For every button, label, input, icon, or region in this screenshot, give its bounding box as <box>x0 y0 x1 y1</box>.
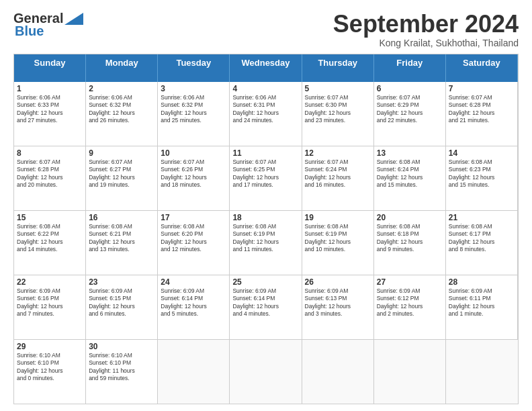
day-cell: 25 Sunrise: 6:09 AMSunset: 6:14 PMDaylig… <box>230 275 302 340</box>
day-cell <box>374 340 446 404</box>
header-saturday: Saturday <box>446 54 518 82</box>
day-cell: 16 Sunrise: 6:08 AMSunset: 6:21 PMDaylig… <box>86 211 158 275</box>
day-cell: 20 Sunrise: 6:08 AMSunset: 6:18 PMDaylig… <box>374 211 446 275</box>
day-cell: 24 Sunrise: 6:09 AMSunset: 6:14 PMDaylig… <box>158 275 230 340</box>
day-cell: 2 Sunrise: 6:06 AMSunset: 6:32 PMDayligh… <box>86 82 158 146</box>
day-cell: 9 Sunrise: 6:07 AMSunset: 6:27 PMDayligh… <box>86 146 158 211</box>
logo-blue: Blue <box>15 24 44 39</box>
day-cell <box>302 340 374 404</box>
day-cell: 22 Sunrise: 6:09 AMSunset: 6:16 PMDaylig… <box>14 275 86 340</box>
day-cell: 29 Sunrise: 6:10 AMSunset: 6:10 PMDaylig… <box>14 340 86 404</box>
day-cell: 5 Sunrise: 6:07 AMSunset: 6:30 PMDayligh… <box>302 82 374 146</box>
day-cell: 13 Sunrise: 6:08 AMSunset: 6:24 PMDaylig… <box>374 146 446 211</box>
header-wednesday: Wednesday <box>230 54 302 82</box>
header-sunday: Sunday <box>14 54 86 82</box>
day-cell: 10 Sunrise: 6:07 AMSunset: 6:26 PMDaylig… <box>158 146 230 211</box>
day-cell: 1Sunrise: 6:06 AMSunset: 6:33 PMDaylight… <box>14 82 86 146</box>
day-cell: 7 Sunrise: 6:07 AMSunset: 6:28 PMDayligh… <box>446 82 518 146</box>
header-monday: Monday <box>86 54 158 82</box>
header-friday: Friday <box>374 54 446 82</box>
logo: General Blue <box>13 11 83 39</box>
day-cell: 14 Sunrise: 6:08 AMSunset: 6:23 PMDaylig… <box>446 146 518 211</box>
header: General Blue September 2024 Kong Krailat… <box>13 11 519 48</box>
day-cell: 30 Sunrise: 6:10 AMSunset: 6:10 PMDaylig… <box>86 340 158 404</box>
day-cell: 18 Sunrise: 6:08 AMSunset: 6:19 PMDaylig… <box>230 211 302 275</box>
day-cell: 27 Sunrise: 6:09 AMSunset: 6:12 PMDaylig… <box>374 275 446 340</box>
day-cell <box>230 340 302 404</box>
day-cell: 8 Sunrise: 6:07 AMSunset: 6:28 PMDayligh… <box>14 146 86 211</box>
logo-icon <box>64 13 83 25</box>
day-cell: 21 Sunrise: 6:08 AMSunset: 6:17 PMDaylig… <box>446 211 518 275</box>
day-cell: 11 Sunrise: 6:07 AMSunset: 6:25 PMDaylig… <box>230 146 302 211</box>
day-cell: 23 Sunrise: 6:09 AMSunset: 6:15 PMDaylig… <box>86 275 158 340</box>
day-cell: 28 Sunrise: 6:09 AMSunset: 6:11 PMDaylig… <box>446 275 518 340</box>
calendar-grid: Sunday Monday Tuesday Wednesday Thursday… <box>13 54 519 404</box>
day-cell: 3 Sunrise: 6:06 AMSunset: 6:32 PMDayligh… <box>158 82 230 146</box>
title-section: September 2024 Kong Krailat, Sukhothai, … <box>333 11 519 48</box>
svg-marker-0 <box>64 13 83 25</box>
location: Kong Krailat, Sukhothai, Thailand <box>333 38 519 48</box>
day-cell: 6 Sunrise: 6:07 AMSunset: 6:29 PMDayligh… <box>374 82 446 146</box>
day-cell: 15 Sunrise: 6:08 AMSunset: 6:22 PMDaylig… <box>14 211 86 275</box>
day-cell <box>446 340 518 404</box>
month-title: September 2024 <box>333 11 519 38</box>
day-cell: 26 Sunrise: 6:09 AMSunset: 6:13 PMDaylig… <box>302 275 374 340</box>
header-thursday: Thursday <box>302 54 374 82</box>
day-cell: 17 Sunrise: 6:08 AMSunset: 6:20 PMDaylig… <box>158 211 230 275</box>
day-cell: 19 Sunrise: 6:08 AMSunset: 6:19 PMDaylig… <box>302 211 374 275</box>
header-tuesday: Tuesday <box>158 54 230 82</box>
day-cell: 12 Sunrise: 6:07 AMSunset: 6:24 PMDaylig… <box>302 146 374 211</box>
day-cell <box>158 340 230 404</box>
day-cell: 4 Sunrise: 6:06 AMSunset: 6:31 PMDayligh… <box>230 82 302 146</box>
calendar: Sunday Monday Tuesday Wednesday Thursday… <box>13 54 519 404</box>
